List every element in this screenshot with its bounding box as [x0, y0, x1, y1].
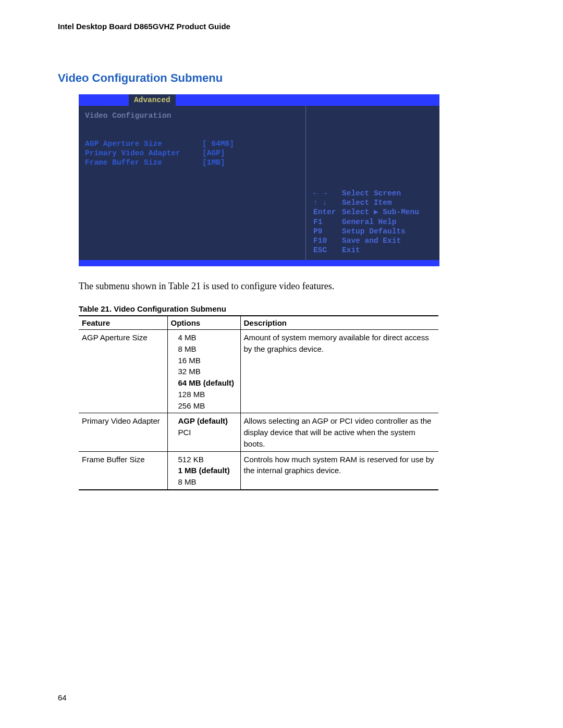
bios-help-row: F10 Save and Exit — [313, 236, 434, 245]
bios-help-text: Save and Exit — [342, 236, 401, 245]
cell-description: Amount of system memory available for di… — [240, 330, 438, 413]
bios-help-panel: ← → Select Screen ↑ ↓ Select Item Enter … — [305, 106, 439, 260]
bios-help-row: P9 Setup Defaults — [313, 227, 434, 236]
bios-help-key: F10 — [313, 236, 342, 245]
option-item-default: 64 MB (default) — [178, 377, 237, 389]
bios-setting-value: [ 64MB] — [202, 139, 234, 149]
bios-help-text: Select Item — [342, 198, 392, 207]
feature-table: Feature Options Description AGP Aperture… — [79, 315, 438, 490]
table-row: AGP Aperture Size 4 MB 8 MB 16 MB 32 MB … — [79, 330, 438, 413]
cell-description: Controls how much system RAM is reserved… — [240, 451, 438, 490]
option-item: 4 MB — [178, 332, 237, 343]
bios-help-key: P9 — [313, 227, 342, 236]
table-header-feature: Feature — [79, 316, 167, 330]
page-number: 64 — [58, 693, 67, 702]
table-header-options: Options — [167, 316, 240, 330]
table-row: Primary Video Adapter AGP (default) PCI … — [79, 413, 438, 451]
bios-help-key: F1 — [313, 217, 342, 227]
bios-menu-bar: Advanced — [79, 94, 439, 106]
bios-help-text: General Help — [342, 217, 396, 227]
option-item: 8 MB — [178, 343, 237, 355]
bios-screenshot: Advanced Video Configuration AGP Apertur… — [79, 94, 439, 266]
arrow-up-down-icon: ↑ ↓ — [313, 198, 342, 207]
bios-tab-advanced: Advanced — [129, 94, 176, 106]
bios-setting-value: [AGP] — [202, 149, 225, 158]
option-item: 512 KB — [178, 454, 237, 465]
option-item: 256 MB — [178, 400, 237, 412]
table-header-description: Description — [240, 316, 438, 330]
table-row: Frame Buffer Size 512 KB 1 MB (default) … — [79, 451, 438, 490]
bios-help-text: Exit — [342, 245, 360, 255]
bios-setting-row: Frame Buffer Size [1MB] — [85, 158, 300, 167]
bios-help-text: Select Screen — [342, 189, 401, 198]
arrow-left-right-icon: ← → — [313, 189, 342, 198]
cell-feature: Primary Video Adapter — [79, 413, 167, 451]
option-item: 32 MB — [178, 366, 237, 377]
cell-feature: Frame Buffer Size — [79, 451, 167, 490]
bios-help-row: F1 General Help — [313, 217, 434, 227]
bios-setting-row: Primary Video Adapter [AGP] — [85, 149, 300, 158]
option-item: 16 MB — [178, 355, 237, 366]
bios-bottom-bar — [79, 260, 439, 266]
bios-setting-value: [1MB] — [202, 158, 225, 167]
bios-subtitle: Video Configuration — [85, 111, 300, 120]
table-caption: Table 21. Video Configuration Submenu — [79, 304, 505, 313]
option-item-default: 1 MB (default) — [178, 465, 237, 476]
bios-help-text: Setup Defaults — [342, 227, 406, 236]
section-title: Video Configuration Submenu — [58, 71, 505, 85]
cell-options: 4 MB 8 MB 16 MB 32 MB 64 MB (default) 12… — [167, 330, 240, 413]
bios-left-panel: Video Configuration AGP Aperture Size [ … — [79, 106, 305, 260]
option-item-default: AGP (default) — [178, 415, 237, 427]
cell-options: AGP (default) PCI — [167, 413, 240, 451]
bios-help-text: Select ▶ Sub-Menu — [342, 207, 419, 217]
bios-help-row: ESC Exit — [313, 245, 434, 255]
bios-help-key: Enter — [313, 207, 342, 217]
bios-help-row: ↑ ↓ Select Item — [313, 198, 434, 207]
bios-help-row: ← → Select Screen — [313, 189, 434, 198]
option-item: 128 MB — [178, 389, 237, 400]
document-header: Intel Desktop Board D865GVHZ Product Gui… — [58, 22, 505, 31]
bios-help-row: Enter Select ▶ Sub-Menu — [313, 207, 434, 217]
bios-setting-row: AGP Aperture Size [ 64MB] — [85, 139, 300, 149]
cell-feature: AGP Aperture Size — [79, 330, 167, 413]
bios-setting-label: Frame Buffer Size — [85, 158, 202, 167]
bios-setting-label: Primary Video Adapter — [85, 149, 202, 158]
option-item: 8 MB — [178, 476, 237, 488]
bios-setting-label: AGP Aperture Size — [85, 139, 202, 149]
option-item: PCI — [178, 427, 237, 438]
bios-help-key: ESC — [313, 245, 342, 255]
cell-description: Allows selecting an AGP or PCI video con… — [240, 413, 438, 451]
body-paragraph: The submenu shown in Table 21 is used to… — [79, 281, 505, 292]
cell-options: 512 KB 1 MB (default) 8 MB — [167, 451, 240, 490]
